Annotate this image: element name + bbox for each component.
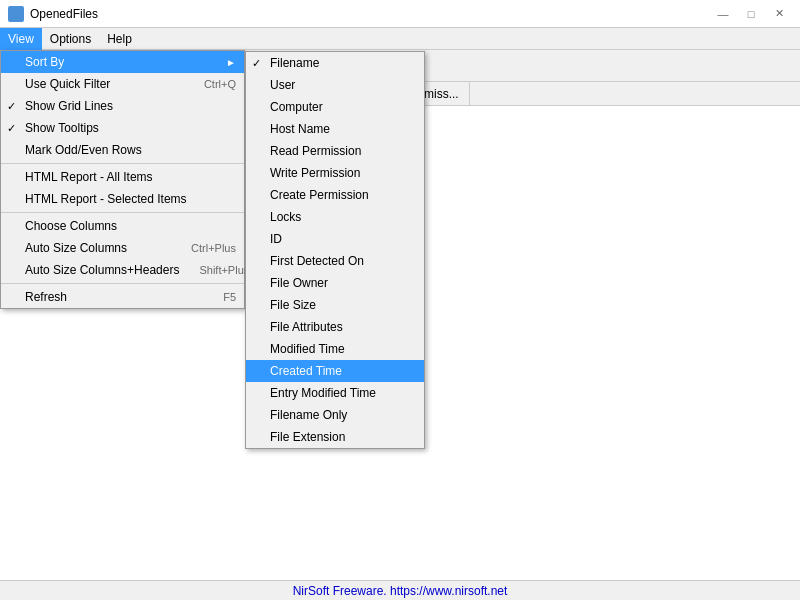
status-bar: NirSoft Freeware. https://www.nirsoft.ne… — [0, 580, 800, 600]
menu-help[interactable]: Help — [99, 28, 140, 50]
ctx-show-tooltips[interactable]: ✓ Show Tooltips — [1, 117, 244, 139]
file-attributes-label: File Attributes — [270, 320, 343, 334]
sub-user[interactable]: User — [246, 74, 424, 96]
maximize-button[interactable]: □ — [738, 4, 764, 24]
modified-time-label: Modified Time — [270, 342, 345, 356]
computer-label: Computer — [270, 100, 323, 114]
sub-computer[interactable]: Computer — [246, 96, 424, 118]
sub-entry-modified[interactable]: Entry Modified Time — [246, 382, 424, 404]
quick-filter-shortcut: Ctrl+Q — [204, 78, 236, 90]
tooltips-label: Show Tooltips — [25, 121, 99, 135]
sub-file-attributes[interactable]: File Attributes — [246, 316, 424, 338]
auto-cols-hdr-label: Auto Size Columns+Headers — [25, 263, 179, 277]
grid-lines-label: Show Grid Lines — [25, 99, 113, 113]
ctx-html-report-sel[interactable]: HTML Report - Selected Items — [1, 188, 244, 210]
sub-filename[interactable]: ✓ Filename — [246, 52, 424, 74]
status-link[interactable]: https://www.nirsoft.net — [390, 584, 507, 598]
refresh-shortcut: F5 — [223, 291, 236, 303]
close-button[interactable]: ✕ — [766, 4, 792, 24]
quick-filter-label: Use Quick Filter — [25, 77, 110, 91]
menu-bar: View Options Help — [0, 28, 800, 50]
tooltips-check: ✓ — [7, 122, 16, 135]
ctx-auto-size-cols[interactable]: Auto Size Columns Ctrl+Plus — [1, 237, 244, 259]
read-perm-label: Read Permission — [270, 144, 361, 158]
sub-filename-only[interactable]: Filename Only — [246, 404, 424, 426]
sort-by-submenu: ✓ Filename User Computer Host Name Read … — [245, 51, 425, 449]
ctx-sort-by[interactable]: Sort By ► ✓ Filename User Computer Host … — [1, 51, 244, 73]
filename-only-label: Filename Only — [270, 408, 347, 422]
hostname-label: Host Name — [270, 122, 330, 136]
minimize-button[interactable]: — — [710, 4, 736, 24]
entry-modified-label: Entry Modified Time — [270, 386, 376, 400]
title-bar-left: OpenedFiles — [8, 6, 98, 22]
ctx-auto-size-cols-headers[interactable]: Auto Size Columns+Headers Shift+Plus — [1, 259, 244, 281]
html-sel-label: HTML Report - Selected Items — [25, 192, 187, 206]
sub-locks[interactable]: Locks — [246, 206, 424, 228]
separator-3 — [1, 283, 244, 284]
auto-cols-shortcut: Ctrl+Plus — [191, 242, 236, 254]
sub-hostname[interactable]: Host Name — [246, 118, 424, 140]
separator-1 — [1, 163, 244, 164]
title-bar: OpenedFiles — □ ✕ — [0, 0, 800, 28]
separator-2 — [1, 212, 244, 213]
auto-cols-hdr-shortcut: Shift+Plus — [199, 264, 249, 276]
auto-cols-label: Auto Size Columns — [25, 241, 127, 255]
refresh-label: Refresh — [25, 290, 67, 304]
sub-write-perm[interactable]: Write Permission — [246, 162, 424, 184]
id-label: ID — [270, 232, 282, 246]
sort-by-label: Sort By — [25, 55, 64, 69]
sub-file-extension[interactable]: File Extension — [246, 426, 424, 448]
sub-file-owner[interactable]: File Owner — [246, 272, 424, 294]
file-extension-label: File Extension — [270, 430, 345, 444]
sub-id[interactable]: ID — [246, 228, 424, 250]
filename-label: Filename — [270, 56, 319, 70]
html-all-label: HTML Report - All Items — [25, 170, 153, 184]
title-bar-controls: — □ ✕ — [710, 4, 792, 24]
menu-options[interactable]: Options — [42, 28, 99, 50]
odd-even-label: Mark Odd/Even Rows — [25, 143, 142, 157]
ctx-mark-odd-even[interactable]: Mark Odd/Even Rows — [1, 139, 244, 161]
create-perm-label: Create Permission — [270, 188, 369, 202]
title-bar-title: OpenedFiles — [30, 7, 98, 21]
file-owner-label: File Owner — [270, 276, 328, 290]
ctx-refresh[interactable]: Refresh F5 — [1, 286, 244, 308]
menu-view[interactable]: View — [0, 28, 42, 50]
sub-created-time[interactable]: Created Time — [246, 360, 424, 382]
status-prefix: NirSoft Freeware. — [293, 584, 390, 598]
ctx-show-grid-lines[interactable]: ✓ Show Grid Lines — [1, 95, 244, 117]
app-icon — [8, 6, 24, 22]
ctx-html-report-all[interactable]: HTML Report - All Items — [1, 166, 244, 188]
user-label: User — [270, 78, 295, 92]
choose-cols-label: Choose Columns — [25, 219, 117, 233]
ctx-choose-columns[interactable]: Choose Columns — [1, 215, 244, 237]
created-time-label: Created Time — [270, 364, 342, 378]
status-text: NirSoft Freeware. https://www.nirsoft.ne… — [293, 584, 508, 598]
write-perm-label: Write Permission — [270, 166, 360, 180]
locks-label: Locks — [270, 210, 301, 224]
sort-by-arrow: ► — [226, 57, 236, 68]
sub-modified-time[interactable]: Modified Time — [246, 338, 424, 360]
sub-first-detected[interactable]: First Detected On — [246, 250, 424, 272]
sub-file-size[interactable]: File Size — [246, 294, 424, 316]
sub-create-perm[interactable]: Create Permission — [246, 184, 424, 206]
filename-check: ✓ — [252, 57, 261, 70]
context-menu: Sort By ► ✓ Filename User Computer Host … — [0, 50, 245, 309]
ctx-use-quick-filter[interactable]: Use Quick Filter Ctrl+Q — [1, 73, 244, 95]
grid-lines-check: ✓ — [7, 100, 16, 113]
first-detected-label: First Detected On — [270, 254, 364, 268]
file-size-label: File Size — [270, 298, 316, 312]
sub-read-perm[interactable]: Read Permission — [246, 140, 424, 162]
